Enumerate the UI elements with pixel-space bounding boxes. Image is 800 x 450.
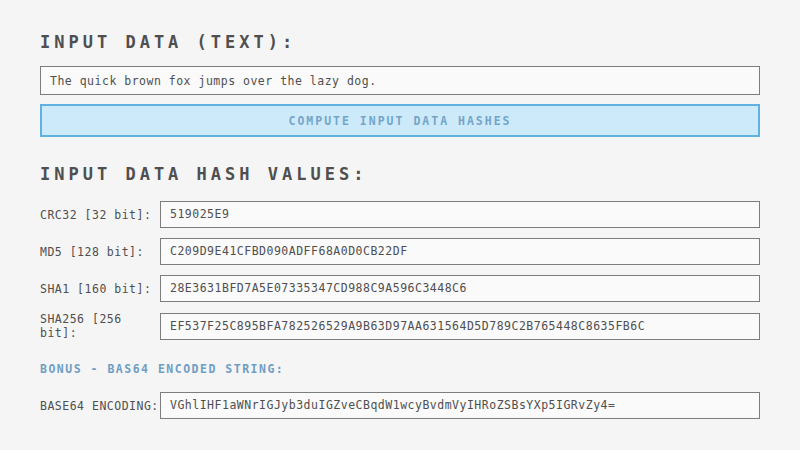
sha1-label: SHA1 [160 bit]: (40, 282, 160, 296)
crc32-value-field[interactable]: 519025E9 (160, 201, 760, 228)
sha256-label: SHA256 [256 bit]: (40, 312, 160, 340)
sha256-value-field[interactable]: EF537F25C895BFA782526529A9B63D97AA631564… (160, 313, 760, 340)
hash-row-md5: MD5 [128 bit]: C209D9E41CFBD090ADFF68A0D… (40, 238, 760, 265)
bonus-base64-title: BONUS - BAS64 ENCODED STRING: (40, 362, 760, 376)
page-container: INPUT DATA (TEXT): COMPUTE INPUT DATA HA… (0, 34, 800, 419)
md5-value-field[interactable]: C209D9E41CFBD090ADFF68A0D0CB22DF (160, 238, 760, 265)
sha1-value-field[interactable]: 28E3631BFD7A5E07335347CD988C9A596C3448C6 (160, 275, 760, 302)
hash-rows: CRC32 [32 bit]: 519025E9 MD5 [128 bit]: … (40, 201, 760, 340)
base64-label: BASE64 ENCODING: (40, 399, 160, 413)
crc32-label: CRC32 [32 bit]: (40, 208, 160, 222)
hash-row-base64: BASE64 ENCODING: VGhlIHF1aWNrIGJyb3duIGZ… (40, 392, 760, 419)
md5-label: MD5 [128 bit]: (40, 245, 160, 259)
base64-value-field[interactable]: VGhlIHF1aWNrIGJyb3duIGZveCBqdW1wcyBvdmVy… (160, 392, 760, 419)
compute-hashes-button[interactable]: COMPUTE INPUT DATA HASHES (40, 104, 760, 137)
hash-row-sha1: SHA1 [160 bit]: 28E3631BFD7A5E07335347CD… (40, 275, 760, 302)
input-data-field[interactable] (40, 66, 760, 95)
hash-row-sha256: SHA256 [256 bit]: EF537F25C895BFA7825265… (40, 312, 760, 340)
input-data-title: INPUT DATA (TEXT): (40, 34, 760, 50)
hash-values-title: INPUT DATA HASH VALUES: (40, 166, 760, 182)
hash-row-crc32: CRC32 [32 bit]: 519025E9 (40, 201, 760, 228)
